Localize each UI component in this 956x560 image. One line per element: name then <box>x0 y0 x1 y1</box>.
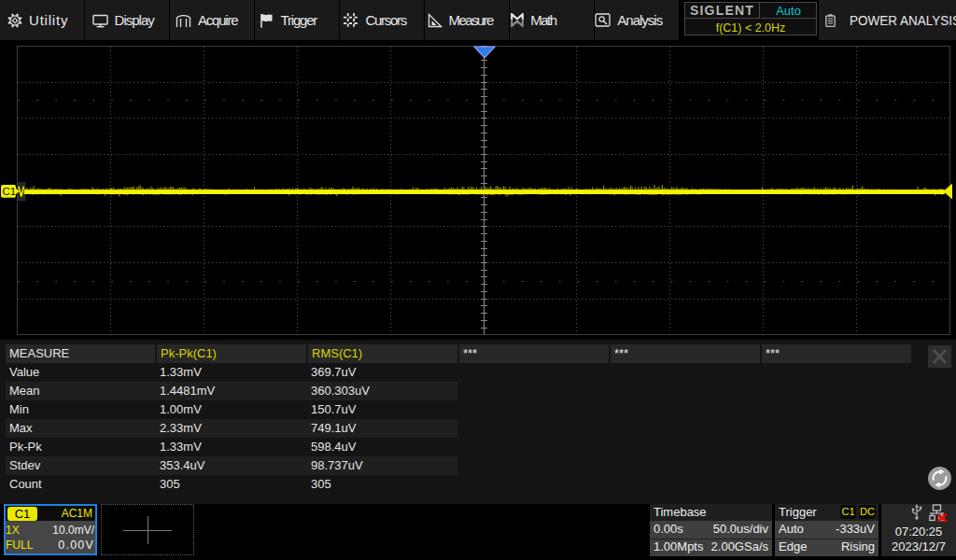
svg-text:C1: C1 <box>3 186 17 197</box>
